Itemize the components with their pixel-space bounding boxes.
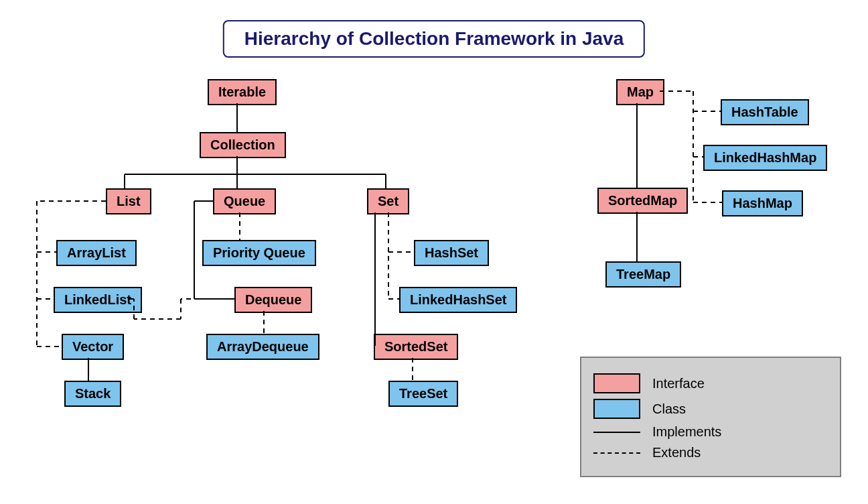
legend-line-solid bbox=[593, 432, 640, 433]
node-dequeue: Dequeue bbox=[234, 287, 312, 313]
node-vector: Vector bbox=[62, 334, 124, 360]
legend: Interface Class Implements Extends bbox=[580, 357, 841, 477]
node-set: Set bbox=[367, 188, 409, 214]
legend-row-class: Class bbox=[593, 399, 828, 419]
legend-row-implements: Implements bbox=[593, 424, 828, 440]
legend-label-implements: Implements bbox=[652, 424, 721, 440]
node-sortedmap: SortedMap bbox=[597, 188, 688, 214]
node-arraylist: ArrayList bbox=[56, 240, 137, 266]
node-hashmap: HashMap bbox=[722, 190, 803, 216]
node-treeset: TreeSet bbox=[388, 381, 458, 407]
node-stack: Stack bbox=[64, 381, 121, 407]
legend-swatch-interface bbox=[593, 373, 640, 393]
node-linkedlist: LinkedList bbox=[54, 287, 142, 313]
diagram-title: Hierarchy of Collection Framework in Jav… bbox=[223, 20, 645, 58]
node-treemap: TreeMap bbox=[605, 261, 681, 288]
node-hashtable: HashTable bbox=[721, 99, 809, 125]
node-linkedhashset: LinkedHashSet bbox=[399, 287, 517, 313]
node-collection: Collection bbox=[200, 132, 286, 158]
legend-label-extends: Extends bbox=[652, 445, 701, 460]
legend-row-extends: Extends bbox=[593, 445, 828, 460]
node-iterable: Iterable bbox=[208, 79, 277, 105]
legend-row-interface: Interface bbox=[593, 373, 828, 393]
node-priorityqueue: Priority Queue bbox=[202, 240, 316, 266]
node-queue: Queue bbox=[213, 188, 276, 214]
node-linkedhashmap: LinkedHashMap bbox=[703, 145, 827, 171]
node-list: List bbox=[106, 188, 151, 214]
node-hashset: HashSet bbox=[414, 240, 489, 266]
node-sortedset: SortedSet bbox=[374, 334, 458, 360]
legend-swatch-class bbox=[593, 399, 640, 419]
node-arraydequeue: ArrayDequeue bbox=[206, 334, 319, 360]
legend-label-interface: Interface bbox=[652, 376, 705, 391]
legend-line-dashed bbox=[593, 452, 640, 454]
node-map: Map bbox=[616, 79, 664, 105]
legend-label-class: Class bbox=[652, 401, 686, 417]
